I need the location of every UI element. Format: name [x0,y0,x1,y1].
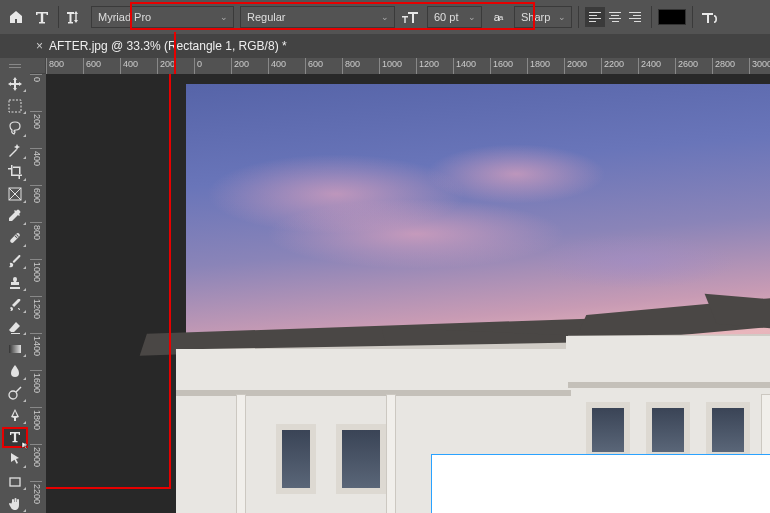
image-column [386,394,396,513]
home-icon[interactable] [6,7,26,27]
font-size-icon [401,7,421,27]
chevron-down-icon: ⌄ [468,12,476,22]
ruler-tick: 0 [30,74,42,111]
chevron-down-icon: ⌄ [220,12,228,22]
hand-tool[interactable] [3,494,27,513]
healing-tool[interactable] [3,229,27,248]
separator [692,6,693,28]
ruler-tick: 200 [157,58,194,74]
image-window [276,424,316,494]
document-tab[interactable]: × AFTER.jpg @ 33.3% (Rectangle 1, RGB/8)… [36,39,287,53]
ruler-tick: 1200 [416,58,453,74]
ruler-tick: 1000 [379,58,416,74]
crop-tool[interactable] [3,163,27,182]
svg-rect-8 [10,478,20,486]
ruler-tick: 2200 [30,481,42,513]
ruler-tick: 2200 [601,58,638,74]
ruler-tick: 1000 [30,259,42,296]
image-window [646,402,690,458]
ruler-tick: 1600 [490,58,527,74]
ruler-tick: 2000 [30,444,42,481]
ruler-tick: 1400 [30,333,42,370]
eyedropper-tool[interactable] [3,207,27,226]
image-column [236,394,246,513]
blur-tool[interactable] [3,361,27,380]
type-tool-icon [32,7,52,27]
svg-rect-6 [9,345,21,353]
path-select-tool[interactable] [3,450,27,469]
font-family-dropdown[interactable]: Myriad Pro ⌄ [91,6,234,28]
ruler-tick: 1200 [30,296,42,333]
wand-tool[interactable] [3,141,27,160]
ruler-tick: 600 [305,58,342,74]
align-right-button[interactable] [625,7,645,27]
text-align-group [585,7,645,27]
font-style-value: Regular [247,11,286,23]
type-tool[interactable] [3,428,27,447]
lasso-tool[interactable] [3,118,27,137]
svg-rect-0 [9,100,21,112]
image-trim [568,382,770,388]
eraser-tool[interactable] [3,317,27,336]
ruler-tick: 2000 [564,58,601,74]
ruler-tick: 800 [46,58,83,74]
ruler-tick: 2800 [712,58,749,74]
font-style-dropdown[interactable]: Regular ⌄ [240,6,395,28]
chevron-down-icon: ⌄ [558,12,566,22]
ruler-tick: 600 [83,58,120,74]
dodge-tool[interactable] [3,384,27,403]
gradient-tool[interactable] [3,339,27,358]
ruler-tick: 0 [194,58,231,74]
separator [651,6,652,28]
frame-tool[interactable] [3,185,27,204]
align-center-button[interactable] [605,7,625,27]
chevron-down-icon: ⌄ [381,12,389,22]
text-orientation-icon[interactable] [65,7,85,27]
tool-panel [0,58,30,513]
marquee-tool[interactable] [3,96,27,115]
text-color-swatch[interactable] [658,9,686,25]
ruler-area: 8006004002000200400600800100012001400160… [30,58,770,513]
ruler-tick: 1600 [30,370,42,407]
image-window [586,402,630,458]
image-window [706,402,750,458]
options-bar: Myriad Pro ⌄ Regular ⌄ 60 pt ⌄ aa Sharp … [0,0,770,34]
warp-text-icon[interactable] [699,7,719,27]
document-tab-title: AFTER.jpg @ 33.3% (Rectangle 1, RGB/8) * [49,39,287,53]
document-tab-bar: × AFTER.jpg @ 33.3% (Rectangle 1, RGB/8)… [0,34,770,58]
separator [578,6,579,28]
ruler-tick: 400 [268,58,305,74]
ruler-tick: 800 [30,222,42,259]
separator [58,6,59,28]
brush-tool[interactable] [3,251,27,270]
ruler-tick: 200 [30,111,42,148]
ruler-vertical[interactable]: 0200400600800100012001400160018002000220… [30,74,46,513]
align-left-button[interactable] [585,7,605,27]
move-tool[interactable] [3,74,27,93]
workspace: 8006004002000200400600800100012001400160… [0,58,770,513]
history-brush-tool[interactable] [3,295,27,314]
antialias-dropdown[interactable]: Sharp ⌄ [514,6,572,28]
image-cloud [266,199,566,269]
image-cloud [536,234,736,289]
rectangle-layer-selection[interactable] [431,454,770,513]
svg-point-7 [9,391,17,399]
image-window [336,424,386,494]
close-icon[interactable]: × [36,39,43,53]
font-size-dropdown[interactable]: 60 pt ⌄ [427,6,482,28]
stamp-tool[interactable] [3,273,27,292]
ruler-horizontal[interactable]: 8006004002000200400600800100012001400160… [46,58,770,74]
font-size-value: 60 pt [434,11,458,23]
ruler-tick: 200 [231,58,268,74]
ruler-tick: 2400 [638,58,675,74]
document-canvas [186,84,770,513]
panel-grip-icon[interactable] [6,62,24,69]
rectangle-shape-tool[interactable] [3,472,27,491]
pen-tool[interactable] [3,406,27,425]
canvas-viewport[interactable] [46,74,770,513]
ruler-origin[interactable] [30,58,46,74]
ruler-tick: 1800 [30,407,42,444]
ruler-tick: 3000 [749,58,770,74]
ruler-tick: 400 [120,58,157,74]
svg-rect-2 [9,233,20,244]
